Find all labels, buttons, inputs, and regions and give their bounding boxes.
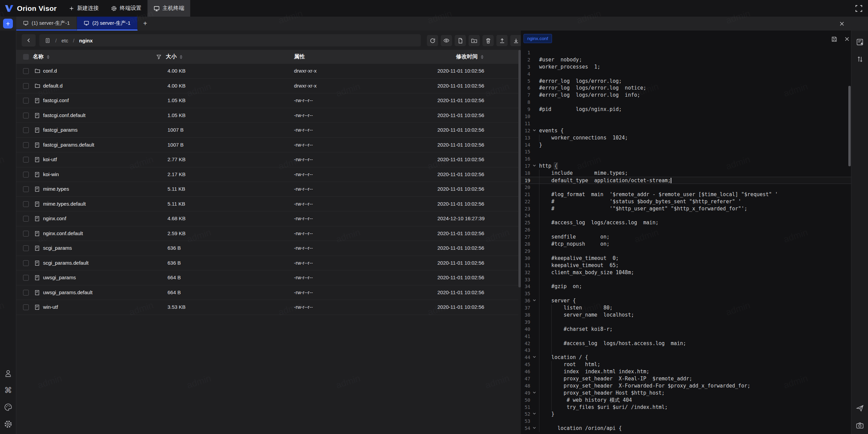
code-line[interactable]: 15 bbox=[521, 148, 851, 155]
file-name[interactable]: uwsgi_params.default bbox=[43, 289, 93, 295]
row-checkbox[interactable] bbox=[23, 113, 29, 118]
sort-name-button[interactable] bbox=[47, 55, 50, 59]
code-line[interactable]: 36 server { bbox=[521, 297, 851, 304]
file-row[interactable]: conf.d 4.00 KB drwxr-xr-x 2020-11-01 10:… bbox=[16, 64, 518, 79]
code-line[interactable]: 10 bbox=[521, 113, 851, 120]
code-line[interactable]: 49 proxy_set_header Host $http_host; bbox=[521, 390, 851, 397]
code-line[interactable]: 21 #log_format main '$remote_addr - $rem… bbox=[521, 191, 851, 198]
code-line[interactable]: 7 #error_log logs/error.log info; bbox=[521, 92, 851, 99]
code-line[interactable]: 45 root html; bbox=[521, 361, 851, 368]
code-line[interactable]: 54 location /orion/api { bbox=[521, 425, 851, 432]
code-line[interactable]: 14 } bbox=[521, 141, 851, 149]
row-checkbox[interactable] bbox=[23, 172, 29, 177]
code-line[interactable]: 51 try_files $uri $uri/ /index.html; bbox=[521, 404, 851, 411]
code-line[interactable]: 16 bbox=[521, 155, 851, 163]
fold-chevron-icon[interactable] bbox=[531, 127, 538, 134]
file-name[interactable]: nginx.conf.default bbox=[43, 230, 83, 236]
row-checkbox[interactable] bbox=[23, 157, 29, 163]
file-name[interactable]: fastcgi.conf bbox=[43, 97, 69, 103]
code-line[interactable]: 26 bbox=[521, 226, 851, 233]
file-row[interactable]: nginx.conf.default 2.59 KB -rw-r--r-- 20… bbox=[16, 226, 518, 241]
file-row[interactable]: uwsgi_params.default 664 B -rw-r--r-- 20… bbox=[16, 285, 518, 300]
code-line[interactable]: 42 #access_log logs/host.access.log main… bbox=[521, 340, 851, 347]
code-line[interactable]: 23 # '"$http_user_agent" "$http_x_forwar… bbox=[521, 205, 851, 212]
breadcrumb[interactable]: / etc / nginx bbox=[39, 34, 421, 46]
fold-chevron-icon[interactable] bbox=[531, 390, 538, 397]
fold-chevron-icon[interactable] bbox=[531, 411, 538, 418]
file-row[interactable]: win-utf 3.53 KB -rw-r--r-- 2020-11-01 10… bbox=[16, 300, 518, 315]
file-row[interactable]: mime.types.default 5.11 KB -rw-r--r-- 20… bbox=[16, 197, 518, 212]
editor-scrollbar[interactable] bbox=[848, 86, 851, 166]
code-line[interactable]: 27 sendfile on; bbox=[521, 233, 851, 241]
code-line[interactable]: 24 bbox=[521, 212, 851, 219]
row-checkbox[interactable] bbox=[23, 127, 29, 133]
tab-server-prod-2[interactable]: (2) server-生产-1 bbox=[77, 17, 138, 31]
file-name[interactable]: fastcgi.conf.default bbox=[43, 112, 85, 118]
upload-button[interactable] bbox=[496, 35, 508, 46]
file-row[interactable]: fastcgi_params.default 1007 B -rw-r--r--… bbox=[16, 138, 518, 153]
file-row[interactable]: default.d 4.00 KB drwxr-xr-x 2020-11-01 … bbox=[16, 79, 518, 94]
code-line[interactable]: 4 bbox=[521, 71, 851, 78]
file-name[interactable]: uwsgi_params bbox=[43, 275, 76, 280]
fullscreen-button[interactable] bbox=[855, 4, 864, 13]
code-line[interactable]: 53 bbox=[521, 418, 851, 425]
code-line[interactable]: 48 proxy_set_header X-Forwarded-For $pro… bbox=[521, 382, 851, 390]
code-line[interactable]: 8 bbox=[521, 99, 851, 106]
code-line[interactable]: 28 #tcp_nopush on; bbox=[521, 241, 851, 248]
file-name[interactable]: mime.types.default bbox=[43, 201, 86, 207]
shortcut-keys-button[interactable]: ⌘ bbox=[3, 385, 13, 395]
file-row[interactable]: fastcgi.conf 1.05 KB -rw-r--r-- 2020-11-… bbox=[16, 93, 518, 108]
code-line[interactable]: 18 include mime.types; bbox=[521, 170, 851, 177]
fold-chevron-icon[interactable] bbox=[531, 297, 538, 304]
code-line[interactable]: 22 # '$status $body_bytes_sent "$http_re… bbox=[521, 198, 851, 205]
row-checkbox[interactable] bbox=[23, 231, 29, 237]
row-checkbox[interactable] bbox=[23, 290, 29, 296]
row-checkbox[interactable] bbox=[23, 68, 29, 74]
row-checkbox[interactable] bbox=[23, 245, 29, 251]
close-sftp-panel-button[interactable] bbox=[839, 19, 848, 28]
app-brand[interactable]: Orion Visor bbox=[5, 4, 57, 13]
code-line[interactable]: 34 #gzip on; bbox=[521, 283, 851, 290]
code-line[interactable]: 44 location / { bbox=[521, 354, 851, 361]
file-row[interactable]: scgi_params.default 636 B -rw-r--r-- 202… bbox=[16, 256, 518, 271]
row-checkbox[interactable] bbox=[23, 98, 29, 103]
code-line[interactable]: 6 #error_log logs/error.log notice; bbox=[521, 84, 851, 92]
row-checkbox[interactable] bbox=[23, 216, 29, 222]
file-row[interactable]: fastcgi_params 1007 B -rw-r--r-- 2020-11… bbox=[16, 123, 518, 138]
code-line[interactable]: 19 default_type application/octet-stream… bbox=[521, 177, 851, 184]
settings-button[interactable] bbox=[3, 419, 13, 429]
code-line[interactable]: 9 #pid logs/nginx.pid; bbox=[521, 106, 851, 113]
sort-size-button[interactable] bbox=[180, 55, 182, 59]
menu-host-terminal[interactable]: 主机终端 bbox=[147, 0, 190, 17]
file-name[interactable]: nginx.conf bbox=[43, 215, 66, 221]
file-row[interactable]: fastcgi.conf.default 1.05 KB -rw-r--r-- … bbox=[16, 108, 518, 123]
code-line[interactable]: 37 listen 80; bbox=[521, 304, 851, 312]
file-name[interactable]: scgi_params.default bbox=[43, 260, 88, 266]
editor-file-tab[interactable]: nginx.conf bbox=[524, 34, 552, 43]
file-name[interactable]: mime.types bbox=[43, 186, 69, 192]
code-line[interactable]: 32 client_max_body_size 1048m; bbox=[521, 269, 851, 276]
select-all-checkbox[interactable] bbox=[23, 50, 29, 64]
show-hidden-files-button[interactable] bbox=[441, 35, 452, 46]
code-line[interactable]: 35 bbox=[521, 290, 851, 297]
save-file-button[interactable] bbox=[831, 35, 840, 43]
code-line[interactable]: 2 #user nobody; bbox=[521, 56, 851, 63]
refresh-button[interactable] bbox=[427, 35, 438, 46]
code-line[interactable]: 39 bbox=[521, 319, 851, 326]
menu-terminal-settings[interactable]: 终端设置 bbox=[105, 0, 147, 17]
breadcrumb-segment-etc[interactable]: etc bbox=[61, 38, 68, 43]
screenshot-button[interactable] bbox=[855, 420, 865, 431]
code-line[interactable]: 29 bbox=[521, 248, 851, 255]
code-line[interactable]: 43 bbox=[521, 347, 851, 354]
row-checkbox[interactable] bbox=[23, 304, 29, 310]
code-line[interactable]: 17 http { bbox=[521, 163, 851, 170]
file-row[interactable]: nginx.conf 4.68 KB -rw-r--r-- 2024-12-10… bbox=[16, 211, 518, 226]
file-name[interactable]: default.d bbox=[43, 83, 63, 89]
new-folder-button[interactable] bbox=[469, 35, 480, 46]
new-terminal-button[interactable]: + bbox=[3, 19, 13, 29]
file-row[interactable]: scgi_params 636 B -rw-r--r-- 2020-11-01 … bbox=[16, 241, 518, 256]
filter-icon[interactable] bbox=[156, 54, 162, 60]
file-name[interactable]: koi-utf bbox=[43, 156, 57, 162]
add-tab-button[interactable]: + bbox=[138, 17, 153, 31]
file-name[interactable]: fastcgi_params bbox=[43, 127, 78, 133]
